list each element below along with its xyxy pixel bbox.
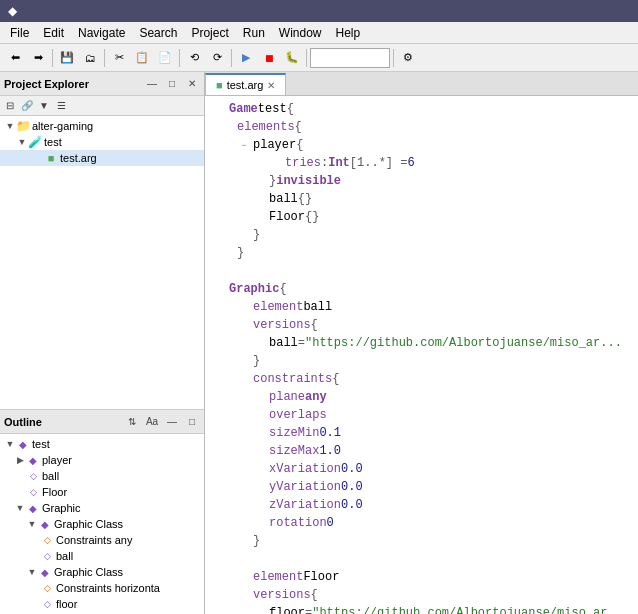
code-line-6: ball {}	[205, 190, 638, 208]
menu-item-window[interactable]: Window	[273, 24, 328, 42]
outline-item-floor[interactable]: ◇ Floor	[0, 484, 204, 500]
outline-item-constraints-any[interactable]: ◇ Constraints any	[0, 532, 204, 548]
outline-label-constraints-horiz: Constraints horizonta	[56, 582, 160, 594]
outline-arrow-test[interactable]: ▼	[4, 438, 16, 450]
toolbar: ⬅ ➡ 💾 🗂 ✂ 📋 📄 ⟲ ⟳ ▶ ⏹ 🐛 ⚙	[0, 44, 638, 72]
menu-item-search[interactable]: Search	[133, 24, 183, 42]
menu-item-run[interactable]: Run	[237, 24, 271, 42]
label-testarg: test.arg	[60, 152, 97, 164]
collapse-all-btn[interactable]: ⊟	[2, 98, 18, 114]
toolbar-btn-save[interactable]: 💾	[56, 47, 78, 69]
toolbar-btn-3[interactable]: 🗂	[79, 47, 101, 69]
toolbar-btn-settings[interactable]: ⚙	[397, 47, 419, 69]
toolbar-sep-1	[52, 49, 53, 67]
outline-item-ball[interactable]: ◇ ball	[0, 468, 204, 484]
outline-icon-ball: ◇	[26, 469, 40, 483]
outline-alpha-btn[interactable]: Aa	[144, 414, 160, 430]
toolbar-btn-1[interactable]: ⬅	[4, 47, 26, 69]
arrow-test[interactable]: ▼	[16, 136, 28, 148]
outline-item-graphic-class-2[interactable]: ▼ ◆ Graphic Class	[0, 564, 204, 580]
toolbar-btn-debug[interactable]: 🐛	[281, 47, 303, 69]
tab-testarg[interactable]: ■ test.arg ✕	[205, 73, 286, 95]
menu-item-edit[interactable]: Edit	[37, 24, 70, 42]
view-menu-btn[interactable]: ☰	[53, 98, 69, 114]
menu-item-help[interactable]: Help	[330, 24, 367, 42]
main-layout: Project Explorer — □ ✕ ⊟ 🔗 ▼ ☰ ▼ 📁 alter…	[0, 72, 638, 614]
outline-icon-floor: ◇	[26, 485, 40, 499]
outline-item-graphic-class-1[interactable]: ▼ ◆ Graphic Class	[0, 516, 204, 532]
outline-header: Outline ⇅ Aa — □	[0, 410, 204, 434]
toolbar-sep-2	[104, 49, 105, 67]
editor-tabs: ■ test.arg ✕	[205, 72, 638, 96]
outline-arrow-gc2[interactable]: ▼	[26, 566, 38, 578]
outline-maximize[interactable]: □	[184, 414, 200, 430]
link-editor-btn[interactable]: 🔗	[19, 98, 35, 114]
toolbar-btn-6[interactable]: 📄	[154, 47, 176, 69]
toolbar-btn-run[interactable]: ▶	[235, 47, 257, 69]
outline-item-ball2[interactable]: ◇ ball	[0, 548, 204, 564]
editor-content[interactable]: Game test { elements { − player { tries …	[205, 96, 638, 614]
menu-item-file[interactable]: File	[4, 24, 35, 42]
menu-item-project[interactable]: Project	[185, 24, 234, 42]
code-line-21: xVariation 0.0	[205, 460, 638, 478]
code-line-1: Game test {	[205, 100, 638, 118]
menu-item-navigate[interactable]: Navigate	[72, 24, 131, 42]
search-input[interactable]	[310, 48, 390, 68]
code-line-19: sizeMin 0.1	[205, 424, 638, 442]
outline-icon-ball2: ◇	[40, 549, 54, 563]
project-explorer-minimize[interactable]: —	[144, 76, 160, 92]
code-line-13: versions {	[205, 316, 638, 334]
folder-icon-alter-gaming: 📁	[16, 119, 30, 133]
tab-close-testarg[interactable]: ✕	[267, 80, 275, 91]
toolbar-btn-4[interactable]: ✂	[108, 47, 130, 69]
tree-item-test[interactable]: ▼ 🧪 test	[0, 134, 204, 150]
outline-label-floor2: floor	[56, 598, 77, 610]
tree-item-alter-gaming[interactable]: ▼ 📁 alter-gaming	[0, 118, 204, 134]
toolbar-btn-5[interactable]: 📋	[131, 47, 153, 69]
code-line-23: zVariation 0.0	[205, 496, 638, 514]
outline-label-test: test	[32, 438, 50, 450]
outline-item-player[interactable]: ▶ ◆ player	[0, 452, 204, 468]
code-line-7: Floor {}	[205, 208, 638, 226]
name-test: test	[258, 100, 287, 118]
label-test: test	[44, 136, 62, 148]
code-line-3: − player {	[205, 136, 638, 154]
outline-label-ball: ball	[42, 470, 59, 482]
code-line-26	[205, 550, 638, 568]
code-line-28: versions {	[205, 586, 638, 604]
outline-sort-btn[interactable]: ⇅	[124, 414, 140, 430]
code-line-15: }	[205, 352, 638, 370]
file-icon-testarg: ■	[44, 151, 58, 165]
outline-item-constraints-horiz[interactable]: ◇ Constraints horizonta	[0, 580, 204, 596]
outline-arrow-gc1[interactable]: ▼	[26, 518, 38, 530]
project-explorer-close[interactable]: ✕	[184, 76, 200, 92]
project-icon-test: 🧪	[28, 135, 42, 149]
project-explorer-tree: ▼ 📁 alter-gaming ▼ 🧪 test ▶ ■ test.arg	[0, 116, 204, 409]
toolbar-btn-redo[interactable]: ⟳	[206, 47, 228, 69]
outline-minimize[interactable]: —	[164, 414, 180, 430]
project-explorer-maximize[interactable]: □	[164, 76, 180, 92]
toolbar-btn-undo[interactable]: ⟲	[183, 47, 205, 69]
toolbar-sep-6	[393, 49, 394, 67]
toolbar-btn-stop[interactable]: ⏹	[258, 47, 280, 69]
code-line-4: tries : Int [1..*] = 6	[205, 154, 638, 172]
collapse-player[interactable]: −	[237, 140, 251, 154]
code-line-14: ball = "https://github.com/Albortojuanse…	[205, 334, 638, 352]
tree-item-testarg[interactable]: ▶ ■ test.arg	[0, 150, 204, 166]
outline-item-floor2[interactable]: ◇ floor	[0, 596, 204, 612]
outline-label-floor: Floor	[42, 486, 67, 498]
outline-arrow-graphic[interactable]: ▼	[14, 502, 26, 514]
code-line-20: sizeMax 1.0	[205, 442, 638, 460]
arrow-alter-gaming[interactable]: ▼	[4, 120, 16, 132]
toolbar-btn-2[interactable]: ➡	[27, 47, 49, 69]
outline-item-graphic[interactable]: ▼ ◆ Graphic	[0, 500, 204, 516]
outline-item-test[interactable]: ▼ ◆ test	[0, 436, 204, 452]
outline-label-gc2: Graphic Class	[54, 566, 123, 578]
code-line-5: } invisible	[205, 172, 638, 190]
outline-arrow-player[interactable]: ▶	[14, 454, 26, 466]
filter-btn[interactable]: ▼	[36, 98, 52, 114]
outline-icon-gc1: ◆	[38, 517, 52, 531]
outline-title: Outline	[4, 416, 120, 428]
toolbar-sep-4	[231, 49, 232, 67]
label-alter-gaming: alter-gaming	[32, 120, 93, 132]
